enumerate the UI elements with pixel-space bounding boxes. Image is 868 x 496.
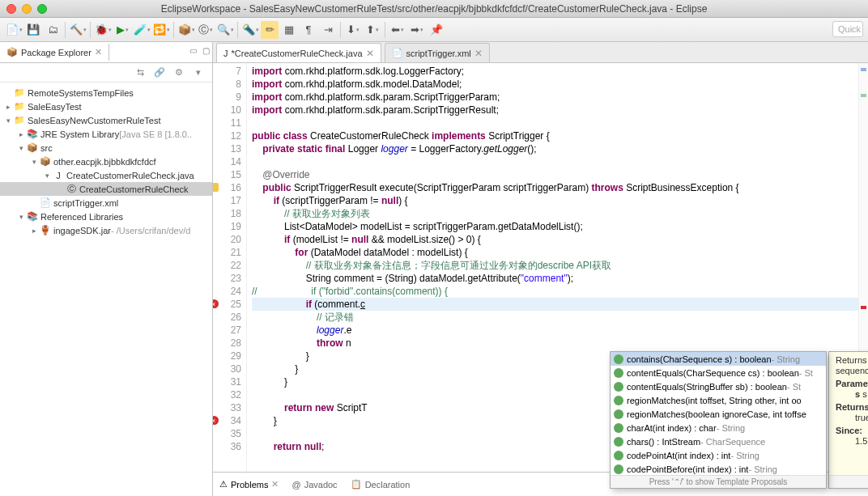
pin-button[interactable]: 📌 xyxy=(428,21,445,39)
close-icon[interactable]: ✕ xyxy=(474,48,483,59)
completion-item[interactable]: chars() : IntStream - CharSequence xyxy=(611,435,826,448)
decl-icon: 📋 xyxy=(351,479,362,490)
editor-tabs: J*CreateCustomerRuleCheck.java✕📄scriptTr… xyxy=(213,42,868,63)
content-assist-popup[interactable]: contains(CharSequence s) : boolean - Str… xyxy=(610,351,827,489)
prev-annotation-button[interactable]: ⬆ xyxy=(364,21,381,39)
doc-since-heading: Since: xyxy=(836,426,868,436)
doc-returns: true if this string contains s, false ot… xyxy=(836,413,868,423)
close-icon[interactable]: ✕ xyxy=(95,47,102,57)
maximize-view-button[interactable]: ▢ xyxy=(199,46,212,59)
completion-item[interactable]: codePointAt(int index) : int - String xyxy=(611,448,826,462)
package-explorer-tab[interactable]: 📦 Package Explorer ✕ xyxy=(0,44,109,61)
minimize-view-button[interactable]: ▭ xyxy=(186,46,199,59)
build-button[interactable]: 🔨 xyxy=(69,21,87,39)
window-title: EclipseWorkspace - SalesEasyNewCustomerR… xyxy=(0,3,868,15)
open-type-button[interactable]: 🔍 xyxy=(216,21,234,39)
javadoc-tab[interactable]: @Javadoc xyxy=(285,477,343,493)
editor-tab[interactable]: J*CreateCustomerRuleCheck.java✕ xyxy=(216,43,381,62)
completion-item[interactable]: codePointBefore(int index) : int - Strin… xyxy=(611,462,826,476)
save-button[interactable]: 💾 xyxy=(24,21,42,39)
javadoc-popup: Returns true if and only if this string … xyxy=(828,351,868,489)
popup-footer: Press '⌃/' to show Template Proposals xyxy=(611,475,826,488)
doc-since: 1.5 xyxy=(836,436,868,447)
next-annotation-button[interactable]: ⬇ xyxy=(344,21,362,39)
doc-description: Returns true if and only if this string … xyxy=(836,355,868,376)
close-icon[interactable]: ✕ xyxy=(366,48,374,59)
doc-params: s s the sequence to search for xyxy=(836,389,868,400)
tree-item[interactable]: ⒸCreateCustomerRuleCheck xyxy=(0,182,212,196)
package-explorer-label: Package Explorer xyxy=(21,48,91,57)
at-icon: @ xyxy=(291,480,300,490)
search-button[interactable]: 🔦 xyxy=(241,21,259,39)
collapse-all-button[interactable]: ⇆ xyxy=(133,66,147,80)
show-whitespace-button[interactable]: ¶ xyxy=(300,21,317,39)
tree-item[interactable]: 📁RemoteSystemsTempFiles xyxy=(0,86,212,100)
view-menu-button[interactable]: ▾ xyxy=(191,66,206,80)
editor-tab[interactable]: 📄scriptTrigger.xml✕ xyxy=(385,43,490,62)
doc-returns-heading: Returns: xyxy=(836,402,868,413)
back-button[interactable]: ⬅ xyxy=(389,21,406,39)
new-java-button[interactable]: 📦 xyxy=(177,21,195,39)
completion-item[interactable]: regionMatches(boolean ignoreCase, int to… xyxy=(611,407,826,421)
package-icon: 📦 xyxy=(6,47,18,57)
save-all-button[interactable]: 🗂 xyxy=(44,21,62,39)
tree-item[interactable]: 📄scriptTrigger.xml xyxy=(0,196,212,210)
tree-item[interactable]: ▸📚JRE System Library [Java SE 8 [1.8.0.. xyxy=(0,127,212,141)
tree-item[interactable]: ▾📦other.eacpjk.bjbbkdkfcfdcf xyxy=(0,155,212,168)
tree-item[interactable]: ▸📁SaleEasyTest xyxy=(0,100,212,113)
main-toolbar: 📄 💾 🗂 🔨 🐞 ▶ 🧪 🔁 📦 Ⓒ 🔍 🔦 ✏ ▦ ¶ ⇥ ⬇ ⬆ ⬅ ➡ … xyxy=(0,18,868,42)
tree-item[interactable]: ▾JCreateCustomerRuleCheck.java xyxy=(0,168,212,182)
filter-button[interactable]: ⚙ xyxy=(172,66,186,80)
package-explorer-view: 📦 Package Explorer ✕ ▭ ▢ ⇆ 🔗 ⚙ ▾ 📁Remote… xyxy=(0,42,213,496)
coverage-button[interactable]: 🧪 xyxy=(133,21,151,39)
doc-params-heading: Parameters: xyxy=(836,379,868,389)
link-editor-button[interactable]: 🔗 xyxy=(152,66,167,80)
tree-item[interactable]: ▸🏺ingageSDK.jar - /Users/crifan/dev/d xyxy=(0,223,212,237)
run-last-button[interactable]: 🔁 xyxy=(152,21,170,39)
completion-item[interactable]: contentEquals(StringBuffer sb) : boolean… xyxy=(611,379,826,393)
toggle-word-wrap-button[interactable]: ⇥ xyxy=(319,21,337,39)
completion-item[interactable]: contentEquals(CharSequence cs) : boolean… xyxy=(611,366,826,379)
run-button[interactable]: ▶ xyxy=(113,21,131,39)
completion-item[interactable]: contains(CharSequence s) : boolean - Str… xyxy=(611,352,826,366)
tree-item[interactable]: ▾📁SalesEasyNewCustomerRuleTest xyxy=(0,113,212,127)
doc-footer: Press 'Tab' from proposal table or click… xyxy=(829,475,868,488)
toggle-block-button[interactable]: ▦ xyxy=(280,21,298,39)
new-class-button[interactable]: Ⓒ xyxy=(197,21,215,39)
debug-button[interactable]: 🐞 xyxy=(94,21,112,39)
tree-item[interactable]: ▾📦src xyxy=(0,141,212,155)
completion-item[interactable]: regionMatches(int toffset, String other,… xyxy=(611,393,826,407)
titlebar: EclipseWorkspace - SalesEasyNewCustomerR… xyxy=(0,0,868,18)
project-tree[interactable]: 📁RemoteSystemsTempFiles▸📁SaleEasyTest▾📁S… xyxy=(0,83,212,496)
error-icon: ⚠ xyxy=(219,479,228,490)
forward-button[interactable]: ➡ xyxy=(408,21,426,39)
quick-access-input[interactable]: Quick xyxy=(832,21,863,37)
toggle-mark-button[interactable]: ✏ xyxy=(261,21,279,39)
declaration-tab[interactable]: 📋Declaration xyxy=(344,476,417,493)
tree-item[interactable]: ▾📚Referenced Libraries xyxy=(0,210,212,223)
editor-area: J*CreateCustomerRuleCheck.java✕📄scriptTr… xyxy=(213,42,868,496)
problems-tab[interactable]: ⚠Problems ✕ xyxy=(213,476,285,493)
new-button[interactable]: 📄 xyxy=(5,21,23,39)
completion-item[interactable]: charAt(int index) : char - String xyxy=(611,421,826,435)
line-gutter: 7891011121314151617181920212223242526272… xyxy=(213,63,247,472)
